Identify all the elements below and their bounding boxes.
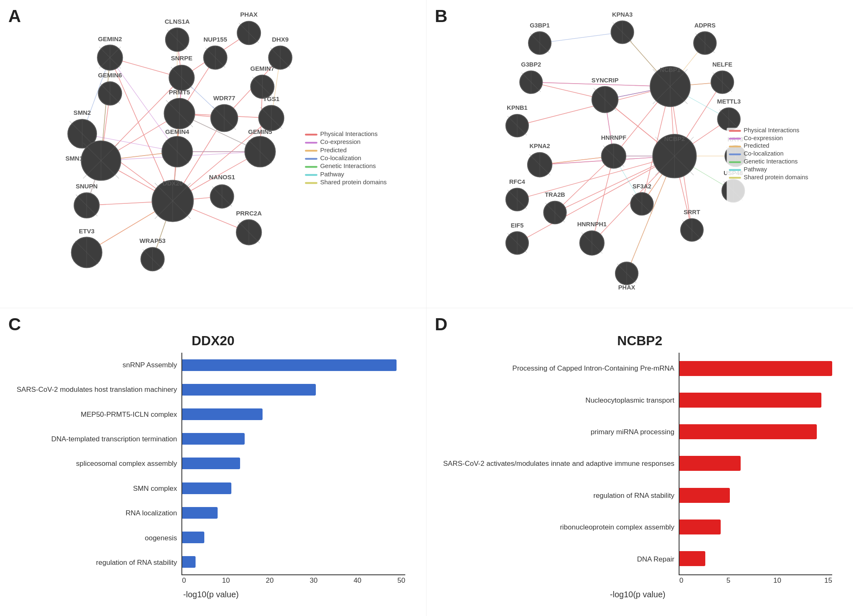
- legend-b: Physical Interactions Co-expression Pred…: [727, 127, 808, 208]
- bar-d-3: [679, 424, 817, 439]
- bar-c-label-2: SARS-CoV-2 modulates host translation ma…: [17, 386, 177, 394]
- svg-rect-295: [729, 169, 741, 171]
- bar-c-1: [182, 359, 397, 371]
- svg-text:CLNS1A: CLNS1A: [165, 18, 190, 25]
- bar-c-label-4: DNA-templated transcription termination: [51, 435, 177, 443]
- svg-text:GEMIN4: GEMIN4: [165, 128, 189, 135]
- nodes-a: GEMIN2 CLNS1A PHAX NUP155: [65, 11, 292, 271]
- x-tick-c-40: 40: [354, 576, 362, 585]
- bar-d-label-5: regulation of RNA stability: [593, 492, 674, 500]
- x-tick-c-0: 0: [182, 576, 186, 585]
- legend-a: Physical Interactions Co-expression Pred…: [303, 130, 387, 214]
- svg-text:Co-localization: Co-localization: [744, 150, 784, 157]
- x-tick-c-50: 50: [397, 576, 405, 585]
- svg-text:SNUPN: SNUPN: [76, 183, 98, 190]
- svg-rect-297: [729, 177, 741, 178]
- svg-text:Co-expression: Co-expression: [744, 135, 783, 141]
- svg-text:Co-localization: Co-localization: [320, 154, 361, 161]
- bar-c-label-7: RNA localization: [126, 509, 177, 517]
- bar-c-label-6: SMN complex: [133, 485, 177, 493]
- bar-c-label-3: MEP50-PRMT5-ICLN complex: [81, 411, 177, 419]
- svg-rect-150: [305, 174, 317, 176]
- x-tick-d-5: 5: [727, 576, 730, 585]
- svg-text:Physical Interactions: Physical Interactions: [744, 127, 799, 134]
- svg-rect-146: [305, 158, 317, 160]
- svg-text:NUP155: NUP155: [203, 36, 227, 43]
- bar-d-5: [679, 488, 730, 503]
- svg-text:NELFE: NELFE: [712, 61, 732, 68]
- x-axis-label-c: -log10(p value): [17, 590, 405, 599]
- bar-c-label-9: regulation of RNA stability: [96, 559, 177, 567]
- bar-d-label-7: DNA Repair: [637, 555, 674, 564]
- svg-text:KPNA3: KPNA3: [612, 11, 633, 18]
- svg-text:RFC4: RFC4: [509, 178, 526, 185]
- svg-text:WRAP53: WRAP53: [139, 237, 166, 244]
- svg-text:KPNB1: KPNB1: [507, 104, 528, 111]
- svg-text:METTL3: METTL3: [717, 98, 741, 105]
- svg-rect-291: [729, 153, 741, 155]
- svg-text:NCBP1: NCBP1: [660, 67, 681, 73]
- panel-d: D NCBP2 Processing of Capped Intron-Cont…: [426, 308, 853, 616]
- bar-d-label-4: SARS-CoV-2 activates/modulates innate an…: [443, 460, 674, 468]
- x-tick-d-15: 15: [824, 576, 832, 585]
- bar-c-8: [182, 532, 205, 543]
- x-tick-c-30: 30: [310, 576, 317, 585]
- svg-rect-148: [305, 166, 317, 168]
- x-axis-label-d: -log10(p value): [443, 590, 832, 599]
- svg-rect-144: [305, 150, 317, 151]
- svg-text:GEMIN2: GEMIN2: [98, 35, 122, 42]
- svg-text:SYNCRIP: SYNCRIP: [591, 77, 618, 84]
- panel-d-label: D: [435, 314, 447, 334]
- bar-d-label-1: Processing of Capped Intron-Containing P…: [512, 364, 674, 373]
- bar-c-9: [182, 556, 196, 568]
- bar-d-6: [679, 520, 721, 534]
- svg-text:Pathway: Pathway: [744, 166, 767, 173]
- svg-text:GEMIN7: GEMIN7: [250, 65, 275, 72]
- svg-text:PHAX: PHAX: [240, 11, 258, 18]
- svg-rect-140: [305, 134, 317, 136]
- svg-text:PRRC2A: PRRC2A: [236, 210, 262, 217]
- panel-b-label: B: [435, 6, 447, 26]
- svg-text:NCBP2: NCBP2: [664, 136, 685, 142]
- chart-c-title: DDX20: [8, 333, 418, 349]
- nodes-b: G3BP1 KPNA3 ADPRS G3BP2: [506, 11, 746, 291]
- svg-rect-285: [729, 130, 741, 132]
- bar-c-5: [182, 458, 240, 469]
- svg-text:Predicted: Predicted: [744, 142, 769, 149]
- x-tick-c-10: 10: [222, 576, 230, 585]
- svg-text:PHAX: PHAX: [618, 284, 635, 291]
- svg-line-23: [110, 57, 173, 201]
- panel-c: C DDX20 snRNP Assembly SARS-CoV-2 modula…: [0, 308, 426, 616]
- svg-text:G3BP2: G3BP2: [521, 61, 541, 68]
- panel-b: B: [426, 0, 853, 308]
- svg-text:HNRNPF: HNRNPF: [601, 134, 626, 141]
- svg-rect-142: [305, 142, 317, 143]
- panel-a: A: [0, 0, 426, 308]
- svg-text:EIF5: EIF5: [511, 222, 523, 229]
- svg-rect-293: [729, 161, 741, 163]
- bar-c-3: [182, 408, 263, 420]
- bar-c-2: [182, 384, 316, 396]
- svg-text:ADPRS: ADPRS: [694, 22, 716, 29]
- svg-text:SNRPE: SNRPE: [171, 54, 193, 62]
- svg-text:KPNA2: KPNA2: [529, 143, 550, 149]
- bar-d-label-6: ribonucleoprotein complex assembly: [560, 523, 674, 532]
- svg-rect-152: [305, 182, 317, 184]
- bar-c-6: [182, 482, 231, 494]
- svg-text:Genetic Interactions: Genetic Interactions: [744, 158, 798, 165]
- svg-text:Genetic Interactions: Genetic Interactions: [320, 162, 376, 169]
- bar-c-label-8: oogenesis: [145, 534, 177, 542]
- network-svg-a: GEMIN2 CLNS1A PHAX NUP155: [8, 8, 418, 299]
- chart-d-title: NCBP2: [435, 333, 845, 349]
- x-tick-c-20: 20: [266, 576, 274, 585]
- bar-d-1: [679, 361, 832, 376]
- svg-rect-289: [729, 146, 741, 147]
- svg-text:DHX9: DHX9: [272, 36, 288, 43]
- bar-d-label-2: Nucleocytoplasmic transport: [585, 396, 674, 405]
- svg-text:G3BP1: G3BP1: [530, 22, 550, 29]
- svg-rect-287: [729, 138, 741, 139]
- svg-text:TGS1: TGS1: [263, 95, 279, 102]
- bar-d-label-3: primary miRNA processing: [590, 428, 674, 436]
- svg-text:ETV3: ETV3: [79, 228, 94, 235]
- svg-text:GEMIN6: GEMIN6: [98, 72, 122, 79]
